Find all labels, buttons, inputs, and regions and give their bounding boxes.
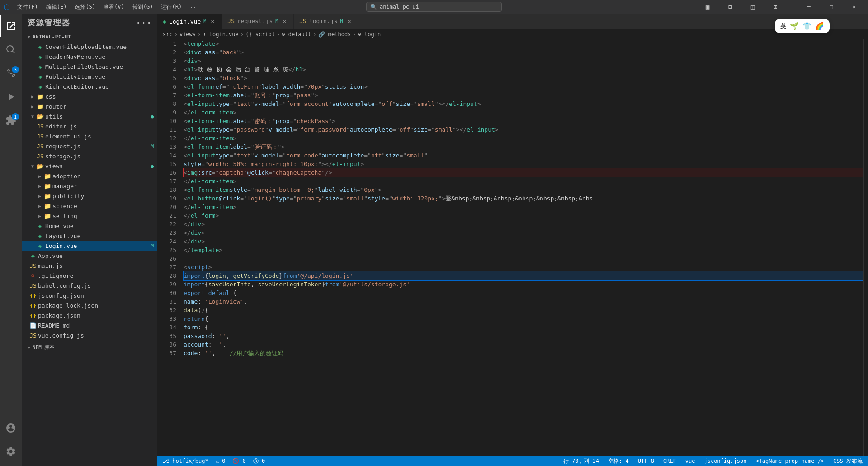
list-item[interactable]: ◈ RichTextEditor.vue: [22, 81, 157, 91]
activity-settings[interactable]: [0, 441, 22, 462]
code-content[interactable]: <template> <div class="back"> <div> <h1>…: [180, 39, 863, 456]
code-line-10: <el-form-item label="密码：" prop="checkPas…: [184, 117, 863, 125]
list-item[interactable]: JS request.js M: [22, 141, 157, 151]
tab-close[interactable]: ×: [209, 18, 216, 25]
breadcrumb-src[interactable]: src: [163, 31, 173, 38]
folder-icon: 📁: [43, 173, 52, 180]
tree-root[interactable]: ▼ ANIMAL-PC-UI: [22, 32, 157, 42]
tab-label: Login.vue: [169, 18, 201, 25]
list-item[interactable]: JS element-ui.js: [22, 131, 157, 141]
search-text: animal-pc-ui: [380, 4, 419, 10]
list-item[interactable]: ▼ 📂 views ●: [22, 161, 157, 171]
breadcrumb-script[interactable]: {} script: [245, 31, 275, 38]
file-label: MultipleFileUpload.vue: [45, 63, 157, 70]
npm-section[interactable]: ▶ NPM 脚本: [22, 342, 157, 352]
list-item[interactable]: ◈ Layout.vue: [22, 231, 157, 241]
list-item[interactable]: JS storage.js: [22, 151, 157, 161]
status-css[interactable]: CSS 发布流: [831, 457, 864, 465]
menu-view[interactable]: 查看(V): [100, 1, 128, 13]
list-item[interactable]: ▶ 📁 science: [22, 201, 157, 211]
code-line-14: <el-input type="text" v-model="form.code…: [184, 151, 863, 160]
list-item[interactable]: JS editor.js: [22, 121, 157, 131]
tab-login-js[interactable]: JS login.js M ×: [294, 14, 359, 29]
titlebar-search[interactable]: 🔍 animal-pc-ui: [366, 2, 502, 12]
code-line-6: <el-form ref="ruleForm" label-width="70p…: [184, 82, 863, 91]
activity-run[interactable]: [0, 86, 22, 108]
list-item[interactable]: ◈ PublicityItem.vue: [22, 71, 157, 81]
status-tag[interactable]: <TagName prop-name />: [754, 458, 826, 464]
status-branch[interactable]: ⎇ hotfix/bug*: [161, 458, 210, 464]
list-item[interactable]: ▶ 📁 css: [22, 91, 157, 101]
activity-explorer[interactable]: [0, 15, 22, 37]
vue-icon: ◈: [36, 223, 44, 229]
menu-edit[interactable]: 编辑(E): [42, 1, 71, 13]
file-label: storage.js: [45, 153, 157, 160]
list-item[interactable]: ◈ MultipleFileUpload.vue: [22, 62, 157, 71]
status-errors[interactable]: ⚠ 0: [214, 458, 227, 464]
list-item[interactable]: JS babel.config.js: [22, 281, 157, 290]
breadcrumb-file[interactable]: ⬇ Login.vue: [203, 31, 238, 38]
menu-select[interactable]: 选择(S): [71, 1, 99, 13]
list-item[interactable]: ▶ 📁 publicity: [22, 191, 157, 201]
window-close[interactable]: ✕: [844, 0, 864, 14]
list-item[interactable]: {} package.json: [22, 310, 157, 320]
activity-account[interactable]: [0, 417, 22, 439]
status-position[interactable]: 行 70，列 14: [561, 457, 601, 465]
list-item[interactable]: JS vue.config.js: [22, 330, 157, 340]
list-item[interactable]: 📄 README.md: [22, 320, 157, 330]
code-line-11: <el-input type="password" v-model="form.…: [184, 125, 863, 134]
root-arrow: ▼: [25, 34, 33, 39]
list-item[interactable]: ◈ App.vue: [22, 251, 157, 261]
list-item[interactable]: ▶ 📁 router: [22, 101, 157, 111]
status-spaces[interactable]: 空格: 4: [606, 457, 631, 465]
folder-arrow: ▶: [36, 204, 43, 209]
window-minimize[interactable]: ─: [798, 0, 819, 14]
sidebar-content[interactable]: ▼ ANIMAL-PC-UI ◈ CoverFileUploadItem.vue…: [22, 32, 157, 466]
status-encoding[interactable]: UTF-8: [636, 458, 656, 464]
window-maximize[interactable]: □: [821, 0, 842, 14]
list-item[interactable]: ◈ Home.vue: [22, 221, 157, 231]
tab-modified: M: [203, 19, 206, 24]
status-jsconfig[interactable]: jsconfig.json: [702, 458, 748, 464]
list-item[interactable]: ▶ 📁 setting: [22, 211, 157, 221]
list-item[interactable]: ◈ HeaderNavMenu.vue: [22, 52, 157, 62]
list-item[interactable]: ▶ 📁 manager: [22, 181, 157, 191]
layout-grid[interactable]: ⊞: [765, 0, 786, 14]
breadcrumb-default[interactable]: ⊙ default: [282, 31, 311, 38]
status-language[interactable]: vue: [684, 458, 697, 464]
activity-source-control[interactable]: 3: [0, 62, 22, 84]
list-item[interactable]: {} package-lock.json: [22, 300, 157, 310]
status-line-ending[interactable]: CRLF: [661, 458, 678, 464]
menu-file[interactable]: 文件(F): [14, 1, 42, 13]
list-item[interactable]: ▼ 📂 utils ●: [22, 111, 157, 121]
menu-more[interactable]: ...: [186, 1, 203, 13]
breadcrumb-login[interactable]: ⊙ login: [358, 31, 381, 38]
list-item[interactable]: {} jsconfig.json: [22, 290, 157, 300]
activity-search[interactable]: [0, 39, 22, 61]
list-item[interactable]: ◈ CoverFileUploadItem.vue: [22, 42, 157, 52]
menu-goto[interactable]: 转到(G): [129, 1, 157, 13]
breadcrumb-views[interactable]: views: [179, 31, 196, 38]
status-warnings[interactable]: 🚫 0: [231, 458, 247, 464]
layout-panel-toggle[interactable]: ⊟: [720, 0, 741, 14]
layout-split[interactable]: ◫: [742, 0, 763, 14]
list-item[interactable]: ▶ 📁 adoption: [22, 171, 157, 181]
breadcrumb-sep: ›: [353, 31, 356, 38]
status-info[interactable]: ⓪ 0: [251, 457, 267, 465]
code-line-4: <h1>动 物 协 会 后 台 管 理 系 统</h1>: [184, 65, 863, 74]
file-label: Login.vue: [45, 243, 151, 249]
activity-extensions[interactable]: 1: [0, 109, 22, 131]
breadcrumb-methods[interactable]: 🔗 methods: [318, 31, 351, 38]
status-right: 行 70，列 14 空格: 4 UTF-8 CRLF vue jsconfig.…: [561, 457, 864, 465]
list-item-login[interactable]: ◈ Login.vue M: [22, 241, 157, 251]
menu-run[interactable]: 运行(R): [157, 1, 185, 13]
layout-sidebar-toggle[interactable]: ▣: [697, 0, 718, 14]
tab-login-vue[interactable]: ◈ Login.vue M ×: [157, 14, 222, 29]
tab-close[interactable]: ×: [346, 18, 353, 25]
list-item[interactable]: JS main.js: [22, 261, 157, 271]
list-item[interactable]: ⊘ .gitignore: [22, 271, 157, 281]
tab-close[interactable]: ×: [281, 18, 288, 25]
sidebar-more[interactable]: ···: [136, 18, 152, 28]
tab-request-js[interactable]: JS request.js M ×: [222, 14, 294, 29]
code-line-33: return {: [184, 314, 863, 323]
